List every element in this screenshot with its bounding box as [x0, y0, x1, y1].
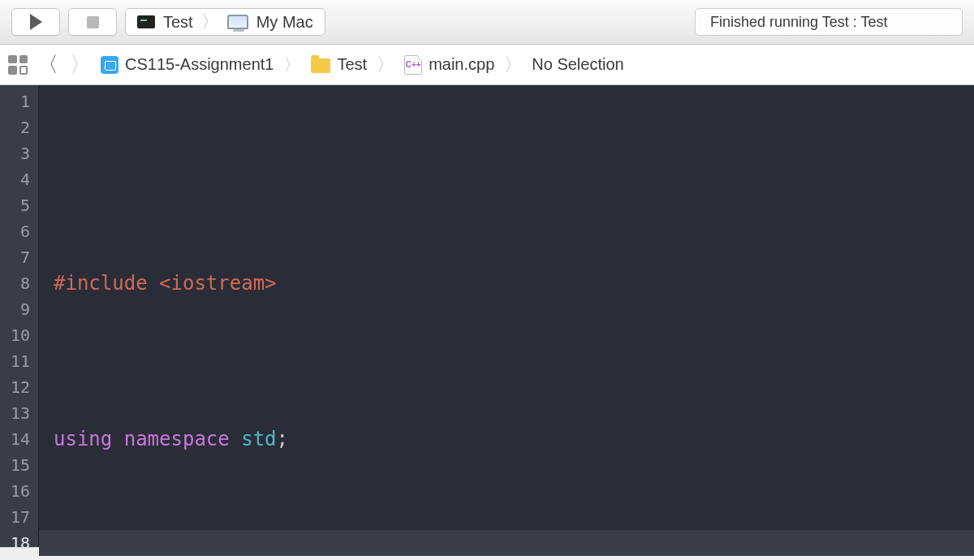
status-bar[interactable]: Finished running Test : Test	[695, 8, 963, 36]
status-text: Finished running Test : Test	[710, 14, 887, 31]
chevron-right-icon: 〉	[375, 53, 396, 77]
stop-icon	[87, 16, 99, 28]
chevron-right-icon: 〉	[282, 53, 303, 77]
toolbar: Test 〉 My Mac Finished running Test : Te…	[0, 0, 974, 45]
destination-label: My Mac	[256, 13, 313, 32]
related-items-icon[interactable]	[8, 55, 28, 75]
nav-back-button[interactable]: 〈	[36, 50, 60, 79]
stop-button[interactable]	[68, 8, 117, 36]
cpp-file-icon: C++	[404, 55, 422, 75]
crumb-selection-label: No Selection	[532, 55, 623, 74]
code-line	[54, 192, 974, 218]
chevron-right-icon: 〉	[201, 10, 219, 34]
terminal-icon	[137, 15, 155, 28]
code-editor[interactable]: 123456789101112131415161718 #include <io…	[0, 85, 974, 547]
code-line	[54, 348, 974, 374]
mac-icon	[227, 15, 248, 29]
code-area[interactable]: #include <iostream> using namespace std;…	[39, 85, 974, 547]
xcode-project-icon	[101, 56, 119, 74]
nav-forward-button[interactable]: 〉	[68, 50, 93, 79]
code-line: #include <iostream>	[54, 270, 974, 296]
crumb-folder[interactable]: Test	[311, 55, 367, 74]
run-button[interactable]	[11, 8, 60, 36]
breadcrumb-bar: 〈 〉 CS115-Assignment1 〉 Test 〉 C++ main.…	[0, 45, 974, 85]
scheme-label: Test	[163, 13, 193, 32]
crumb-file-label: main.cpp	[429, 55, 494, 74]
line-number-gutter: 123456789101112131415161718	[0, 85, 39, 547]
crumb-selection[interactable]: No Selection	[532, 55, 623, 74]
crumb-project-label: CS115-Assignment1	[125, 55, 274, 74]
chevron-right-icon: 〉	[502, 53, 524, 77]
folder-icon	[311, 58, 330, 73]
crumb-folder-label: Test	[337, 55, 367, 74]
code-line: using namespace std;	[54, 426, 974, 452]
code-line	[54, 504, 974, 530]
play-icon	[30, 14, 42, 30]
crumb-file[interactable]: C++ main.cpp	[404, 55, 494, 75]
crumb-project[interactable]: CS115-Assignment1	[101, 55, 274, 74]
scheme-target-selector[interactable]: Test 〉 My Mac	[125, 8, 325, 36]
